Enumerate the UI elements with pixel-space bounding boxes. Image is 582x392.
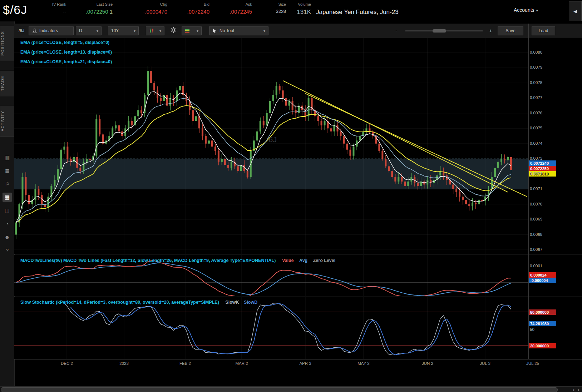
chevron-down-icon: ▾ — [261, 29, 265, 33]
quote-header: $/6J IV Rank -- Last Size .0072250 1 Chg… — [0, 0, 582, 21]
axis-divider — [528, 24, 529, 359]
candlestick-style-icon — [149, 28, 154, 34]
interval-dropdown[interactable]: D ▾ — [76, 26, 102, 35]
chart-settings-button[interactable] — [170, 27, 177, 34]
left-sidebar: POSITIONS TRADE ACTIVITY ▥ ≣ ⚐ ▦ ◫ ◔ ☻ ? — [0, 21, 15, 392]
volume-field: Volume 131K — [286, 2, 311, 16]
size-label: Size — [261, 2, 286, 6]
stoch-panel-chart[interactable] — [14, 297, 528, 359]
zoom-out-button[interactable]: - — [395, 28, 397, 34]
trading-platform-window: $/6J IV Rank -- Last Size .0072250 1 Chg… — [0, 0, 582, 392]
time-axis[interactable]: DEC 22023FEB 2MAR 2APR 3MAY 2JUN 2JUL 3J… — [0, 360, 582, 368]
panel-divider — [14, 359, 582, 359]
save-button[interactable]: Save — [498, 26, 523, 35]
scroll-left-icon[interactable]: ◂ — [571, 387, 576, 392]
price-tick-label: 0.0070 — [530, 202, 542, 206]
macd-axis-tick: 0.0001 — [530, 264, 542, 268]
time-axis-label: MAR 2 — [229, 361, 254, 366]
main-price-chart[interactable]: /6J — [14, 38, 528, 254]
zoom-slider-track[interactable] — [405, 30, 483, 31]
chevron-down-icon: ▾ — [131, 29, 135, 33]
iv-rank-value: -- — [39, 9, 66, 15]
drawing-set-dropdown[interactable]: ▾ — [182, 26, 202, 35]
price-axis[interactable]: 0.0072240 0.0072250 0.0071819 0.0001 0.0… — [529, 0, 582, 392]
panel-divider[interactable] — [14, 297, 582, 297]
ask-label: Ask — [223, 2, 252, 6]
stoch-title[interactable]: Slow Stochastic (kPeriod=14, dPeriod=3, … — [20, 300, 219, 305]
time-axis-label: JUL 25 — [520, 361, 545, 366]
chg-field: Chg -.0000470 — [136, 2, 167, 15]
size-field: Size 32x8 — [261, 2, 286, 14]
price-tick-label: 0.0075 — [530, 126, 542, 130]
history-icon[interactable]: ◔ — [3, 219, 12, 228]
active-tool-dropdown[interactable]: No Tool ▾ — [209, 26, 268, 35]
ema5-label[interactable]: EMA (price=CLOSE, length=5, displace=0) — [20, 40, 112, 45]
time-axis-label: APR 3 — [293, 361, 318, 366]
indicators-button[interactable]: Indicators — [29, 26, 74, 35]
bid-value: .0072240 — [181, 9, 209, 15]
grid-icon[interactable]: ◫ — [3, 206, 12, 215]
symbol-title: $/6J — [3, 3, 27, 17]
ema13-label[interactable]: EMA (price=CLOSE, length=13, displace=0) — [20, 50, 112, 55]
price-tick-label: 0.0080 — [530, 50, 542, 54]
stoch-slowd-label: SlowD — [244, 300, 257, 305]
bid-price-badge: 0.0072240 — [529, 160, 556, 166]
price-tick-label: 0.0076 — [530, 111, 542, 115]
price-tick-label: 0.0074 — [530, 141, 542, 145]
community-icon[interactable]: ☻ — [3, 232, 12, 242]
volume-value: 131K — [286, 9, 311, 16]
chart-style-dropdown[interactable]: ▾ — [146, 26, 164, 35]
price-tick-label: 0.0073 — [530, 156, 542, 160]
price-tick-label: 0.0069 — [530, 217, 542, 221]
bid-label: Bid — [181, 2, 209, 6]
sidebar-tab-activity[interactable]: ACTIVITY — [0, 105, 14, 137]
ema-legend: EMA (price=CLOSE, length=5, displace=0) … — [20, 40, 112, 69]
range-dropdown[interactable]: 10Y ▾ — [108, 26, 139, 35]
last-price-badge: 0.0072250 — [529, 166, 556, 171]
macd-value-badge: 0.000024 — [529, 272, 556, 278]
panel-divider[interactable] — [14, 254, 582, 254]
time-axis-label: JUL 3 — [473, 361, 498, 366]
scroll-right-icon[interactable]: ▸ — [576, 387, 582, 392]
macd-avg-label: Avg — [299, 258, 307, 263]
macd-avg-badge: -0.000004 — [529, 278, 556, 283]
macd-title[interactable]: MACDTwoLines(tw) MACD Two Lines (Fast Le… — [20, 258, 276, 263]
ema21-label[interactable]: EMA (price=CLOSE, length=21, displace=0) — [20, 59, 112, 64]
price-tick-label: 0.0072 — [530, 172, 542, 176]
watchlist-icon[interactable]: ≣ — [3, 166, 12, 175]
flag-icon[interactable]: ⚐ — [3, 179, 12, 189]
stoch-slowk-label: SlowK — [225, 300, 239, 305]
chart-toolbar: /6J Indicators D ▾ 10Y ▾ ▾ — [14, 24, 582, 38]
macd-zero-label: Zero Level — [313, 258, 336, 263]
macd-value-label: Value — [282, 258, 294, 263]
ask-value: .0072245 — [223, 9, 252, 15]
last-size-field: Last Size .0072250 1 — [77, 2, 113, 15]
time-axis-label: MAY 2 — [351, 361, 376, 366]
chevron-down-icon: ▾ — [194, 29, 198, 33]
chart-icon[interactable]: ▦ — [3, 193, 12, 202]
zoom-slider-thumb[interactable] — [433, 29, 446, 33]
scrollbar-thumb[interactable] — [1, 387, 558, 392]
last-size-value: .0072250 1 — [77, 9, 113, 15]
stoch-oversold-badge: 20.000000 — [529, 343, 556, 348]
stoch-overbought-badge: 80.000000 — [529, 309, 556, 315]
price-tick-label: 0.0071 — [530, 187, 542, 191]
price-tick-label: 0.0079 — [530, 65, 542, 69]
price-tick-label: 0.0078 — [530, 80, 542, 85]
zoom-in-button[interactable]: + — [489, 28, 492, 34]
monitor-icon[interactable]: ▥ — [3, 153, 12, 162]
size-value: 32x8 — [261, 9, 286, 14]
cursor-icon — [212, 28, 217, 34]
sidebar-tab-positions[interactable]: POSITIONS — [0, 26, 14, 61]
chevron-down-icon: ▾ — [157, 29, 161, 33]
stoch-mid-tick: 50 — [530, 327, 534, 332]
ask-field: Ask .0072245 — [223, 2, 252, 15]
price-tick-label: 0.0068 — [530, 232, 542, 237]
time-axis-label: DEC 2 — [54, 361, 79, 366]
chart-scrollbar[interactable]: ◂ ▸ — [0, 386, 582, 392]
stoch-slowd-badge: 74.281980 — [529, 321, 556, 326]
time-axis-label: JUN 2 — [415, 361, 440, 366]
sidebar-tab-trade[interactable]: TRADE — [0, 70, 14, 96]
help-icon[interactable]: ? — [3, 245, 12, 255]
price-levels-icon — [185, 28, 190, 33]
